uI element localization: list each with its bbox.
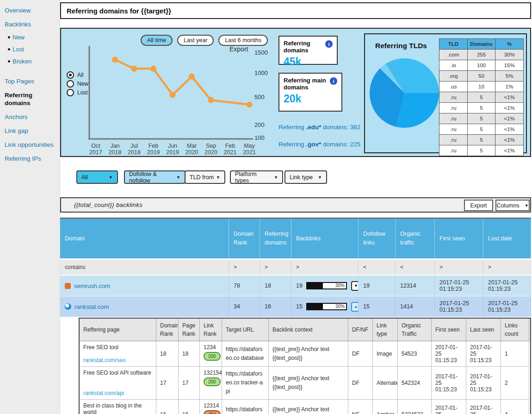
y-tick-label: 100 [254, 134, 265, 141]
page-rank-cell: 16 [179, 400, 200, 414]
tld-row: .ru5<1% [439, 103, 524, 113]
progress-fill [307, 283, 323, 289]
x-tick-label: 2019 [166, 149, 179, 156]
filter-cell[interactable]: > [229, 260, 260, 275]
x-tick-label: Oct [91, 143, 100, 149]
stat-label: Referring domains [284, 40, 325, 54]
tld-cell: 255 [467, 50, 495, 60]
stat-value: 20k [284, 93, 337, 105]
subtable-header-row: Reffering pageDomain RankPage RankLink R… [80, 319, 530, 341]
dropdown-label: TLD from [190, 174, 214, 181]
stat-box-referring-domains: Referring domainsi45k [278, 36, 338, 65]
domain-link[interactable]: semrush.com [74, 282, 110, 289]
links-count-cell: 2 [501, 367, 529, 400]
data-point[interactable] [208, 97, 214, 103]
collapse-row-button[interactable]: ▲ [351, 302, 359, 312]
filter-cell[interactable]: > [435, 260, 483, 275]
stat-text: Referring [278, 141, 306, 148]
columns-button[interactable]: Columns ▼ [495, 200, 530, 211]
info-icon[interactable]: i [325, 40, 333, 48]
sidebar-item-link-gap[interactable]: Link gap [0, 124, 60, 138]
filter-cell[interactable]: > [260, 260, 291, 275]
x-tick-label: 2017 [89, 149, 102, 156]
column-header-referring-domains: Referring domains [260, 219, 291, 258]
chevron-down-icon: ▼ [109, 175, 113, 180]
data-point[interactable] [247, 102, 253, 108]
x-tick-label: Jan [110, 143, 119, 149]
organic-traffic-cell: 12314 [396, 276, 435, 296]
page-rank-cell: 18 [179, 341, 200, 367]
tld-cell: 1% [495, 82, 524, 92]
tld-cell: 5 [467, 145, 495, 156]
filter-cell[interactable]: > [291, 260, 359, 275]
filter-cell[interactable]: contains [60, 260, 229, 275]
domain-link[interactable]: rankstat.com [74, 303, 109, 310]
chevron-down-icon: ▼ [274, 175, 278, 180]
dropdown-label: All [81, 174, 88, 181]
backlinks-cell: 1930%▼ [291, 276, 359, 296]
data-point[interactable] [112, 56, 118, 63]
data-point[interactable] [131, 66, 137, 72]
progress-fill [307, 304, 323, 309]
column-header-backlinks: Backlinks [291, 219, 359, 258]
tld-cell: 10 [467, 82, 495, 92]
sidebar-item-referring-ips[interactable]: Referring IPs [0, 152, 60, 166]
tld-cell: .ru [439, 135, 468, 145]
filter-cell[interactable]: < [359, 260, 396, 275]
x-tick-label: 2018 [109, 149, 122, 156]
backlink-row: Free SEO tool API softwarerankstat.com/a… [80, 367, 530, 400]
filter-cell[interactable]: > [483, 260, 531, 275]
referring-page-cell: Best in class blog in the worldrankstat.… [80, 400, 156, 414]
sidebar-item-broken[interactable]: Broken [0, 56, 60, 68]
first-seen-cell: 2017-01-25 01:15:23 [435, 276, 483, 296]
filter-cell[interactable]: < [396, 260, 435, 275]
sidebar-item-overview[interactable]: Overview [0, 4, 60, 18]
tld-cell: .us [439, 82, 468, 92]
filter-dropdown-platform-types[interactable]: Platform types▼ [230, 170, 283, 184]
data-point[interactable] [189, 74, 195, 80]
data-point[interactable] [150, 66, 156, 72]
filter-dropdown-all[interactable]: All▼ [76, 170, 118, 184]
sidebar-item-new[interactable]: New [0, 31, 60, 44]
sidebar-item-link-opportunities[interactable]: Link opportunities [0, 138, 60, 152]
filter-dropdown-tld-from[interactable]: TLD from▼ [185, 170, 225, 184]
filter-dropdown-link-type[interactable]: Link type▼ [285, 170, 327, 184]
backlinks-value: 19 [296, 282, 303, 289]
page-rank-cell: 17 [179, 367, 200, 400]
tld-header-row: TLDDomains% [439, 39, 524, 50]
subtable-column-header-target-url: Target URL [222, 319, 269, 341]
sidebar-item-referring-domains[interactable]: Referring domains [0, 88, 60, 110]
link-rank-cell: 12314404 [200, 400, 222, 414]
link-rank-cell: 1234200 [200, 341, 222, 367]
x-tick-label: Mar [187, 143, 197, 149]
expand-row-button[interactable]: ▼ [351, 281, 359, 291]
page-link[interactable]: rankstat.com/seo [83, 357, 152, 364]
tld-cell: .ru [439, 124, 468, 135]
tld-row: .us101% [439, 82, 524, 92]
x-tick-label: Feb [148, 143, 159, 149]
tld-cell: .com [439, 50, 468, 60]
tld-table-head: TLDDomains% [439, 39, 524, 50]
column-header-domain-rank: Domain Rank [229, 219, 260, 258]
organic-traffic-cell: 54523 [398, 341, 432, 367]
tld-row: .ru5<1% [439, 135, 524, 145]
table-header-row: DomainDomain RankReferring domainsBackli… [60, 218, 531, 258]
filter-dropdown-dofollow-nofollow[interactable]: Dofollow & nofollow▼ [124, 170, 186, 184]
backlinks-toolbar: {{total_count}} backlinks Export Columns… [60, 197, 531, 213]
tld-cell: <1% [495, 103, 524, 113]
organic-traffic-cell: 5234523 [398, 400, 432, 414]
data-point[interactable] [170, 92, 176, 98]
dfnf-cell: NF [348, 400, 373, 414]
dropdown-label: Dofollow & nofollow [129, 171, 174, 184]
last-seen-cell: 2017-01-25 01:15:23 [466, 367, 501, 400]
sidebar-item-anchors[interactable]: Anchors [0, 110, 60, 124]
tld-cell: 5% [495, 71, 524, 82]
sidebar-item-lost[interactable]: Lost [0, 44, 60, 56]
sidebar-item-top-pages[interactable]: Top Pages [0, 75, 60, 88]
backlinks-progress-bar: 30% [306, 282, 347, 289]
page-link[interactable]: rankstat.com/api [83, 390, 152, 396]
column-header-dofollow-links: Dofollow links [359, 219, 396, 258]
info-icon[interactable]: i [330, 77, 337, 85]
export-button[interactable]: Export [464, 200, 493, 211]
sidebar-item-backlinks[interactable]: Backlinks [0, 18, 60, 31]
